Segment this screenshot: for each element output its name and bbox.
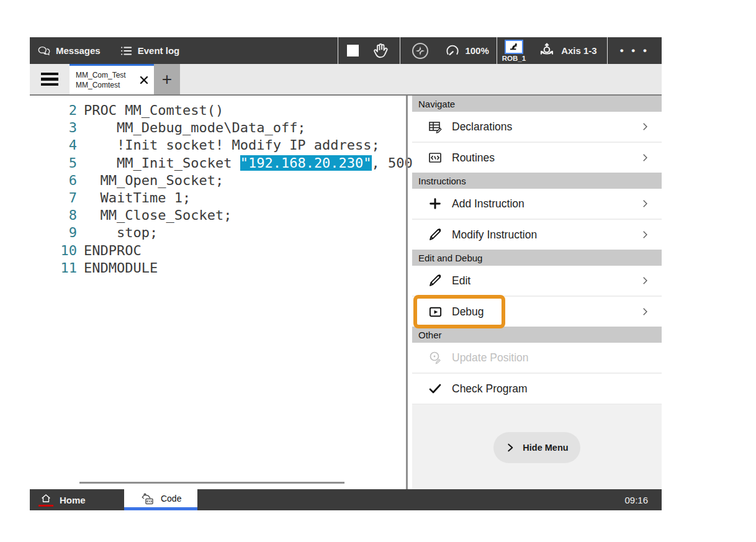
hide-menu-button[interactable]: Hide Menu (493, 432, 580, 463)
chevron-right-icon (639, 229, 650, 240)
file-tab-routine-name: MM_Comtest (76, 81, 138, 89)
horizontal-scrollbar[interactable] (79, 482, 344, 484)
code-line[interactable]: 5 MM_Init_Socket "192.168.20.230", 50000… (58, 155, 412, 172)
menu-item-label: Edit (452, 274, 639, 287)
code-line[interactable]: 4 !Init socket! Modify IP address; (58, 137, 412, 154)
code-editor[interactable]: 2PROC MM_Comtest() 3 MM_Debug_mode\Data_… (30, 96, 412, 489)
line-number: 9 (58, 224, 77, 242)
speed-value: 100% (465, 45, 488, 56)
menu-item-label: Modify Instruction (452, 228, 639, 242)
event-log-label: Event log (138, 45, 180, 56)
menu-item-add-instruction[interactable]: Add Instruction (412, 189, 662, 219)
section-header-other: Other (412, 327, 662, 343)
menu-item-label: Add Instruction (452, 197, 639, 210)
chevron-right-icon (639, 152, 650, 163)
menu-item-label: Update Position (452, 351, 650, 364)
code-text: MM_Close_Socket; (84, 207, 232, 223)
chevron-right-icon (639, 121, 650, 132)
main-content: 2PROC MM_Comtest() 3 MM_Debug_mode\Data_… (30, 96, 662, 489)
section-header-instructions: Instructions (412, 173, 662, 189)
code-app-tab[interactable]: Code (124, 489, 197, 510)
file-tab[interactable]: MM_Com_Test MM_Comtest (70, 64, 154, 94)
code-text: MM_Debug_mode\Data_off; (84, 120, 306, 135)
menu-item-modify-instruction[interactable]: Modify Instruction (412, 220, 662, 250)
messages-button[interactable]: Messages (30, 37, 108, 64)
code-text: stop; (84, 225, 158, 240)
code-text: ENDPROC (84, 243, 142, 258)
line-number: 5 (58, 155, 77, 172)
chevron-right-icon (639, 306, 650, 317)
menu-item-label: Declarations (452, 120, 639, 133)
motors-off-button[interactable] (400, 37, 436, 64)
code-line[interactable]: 6 MM_Open_Socket; (58, 172, 412, 189)
home-label: Home (60, 495, 86, 505)
menu-item-declarations[interactable]: Declarations (412, 112, 662, 142)
hand-icon (371, 42, 391, 60)
bottom-task-bar: Home Code 09:16 (30, 489, 662, 510)
menu-item-routines[interactable]: Routines (412, 143, 662, 173)
line-number: 11 (58, 260, 77, 277)
line-number: 2 (58, 102, 77, 119)
chevron-right-icon (639, 275, 650, 286)
speedometer-icon (444, 43, 461, 59)
manual-mode-button[interactable] (367, 37, 400, 64)
checkmark-icon (427, 381, 443, 396)
menu-item-debug[interactable]: Debug (412, 297, 662, 327)
robot-icon (505, 40, 523, 54)
code-app-label: Code (161, 494, 181, 504)
speed-button[interactable]: 100% (436, 37, 496, 64)
context-menu-panel: Navigate Declarations (412, 96, 662, 489)
app-window: Messages Event log (30, 37, 662, 510)
event-log-button[interactable]: Event log (108, 37, 187, 64)
code-line[interactable]: 8 MM_Close_Socket; (58, 207, 412, 224)
menu-item-check-program[interactable]: Check Program (412, 374, 662, 404)
code-line[interactable]: 7 WaitTime 1; (58, 189, 412, 207)
axis-selector-button[interactable]: Axis 1-3 (531, 37, 607, 64)
axis-rotation-icon (537, 41, 557, 61)
code-text: !Init socket! Modify IP address; (84, 137, 380, 153)
line-number: 10 (58, 242, 77, 260)
code-text-pre: MM_Init_Socket (84, 155, 240, 171)
code-text: PROC MM_Comtest() (84, 102, 223, 118)
motors-off-icon (410, 41, 430, 61)
update-position-icon (427, 350, 443, 365)
editor-tab-bar: MM_Com_Test MM_Comtest + (30, 64, 662, 96)
line-number: 7 (58, 189, 77, 207)
home-button[interactable]: Home (30, 489, 96, 510)
menu-item-label: Debug (452, 305, 639, 318)
line-number: 4 (58, 137, 77, 154)
selected-ip-address[interactable]: "192.168.20.230" (240, 155, 372, 171)
pencil-icon (427, 273, 443, 288)
code-line[interactable]: 3 MM_Debug_mode\Data_off; (58, 119, 412, 137)
tab-close-button[interactable] (138, 74, 150, 86)
code-text: WaitTime 1; (84, 190, 191, 206)
messages-icon (37, 44, 51, 58)
vertical-scrollbar[interactable] (406, 96, 408, 489)
panel-footer-area: Hide Menu (412, 404, 662, 489)
top-status-bar: Messages Event log (30, 37, 662, 64)
robot-selector-button[interactable]: ROB_1 (497, 37, 531, 64)
chevron-right-icon (505, 443, 515, 453)
code-line[interactable]: 11ENDMODULE (58, 260, 412, 277)
code-line[interactable]: 2PROC MM_Comtest() (58, 102, 412, 119)
declarations-icon (427, 119, 443, 134)
bottombar-spacer (197, 489, 625, 510)
more-options-button[interactable]: • • • (608, 45, 662, 57)
code-line[interactable]: 10ENDPROC (58, 242, 412, 260)
menu-hamburger-button[interactable] (30, 64, 70, 94)
plus-icon: + (162, 70, 172, 89)
chevron-right-icon (639, 198, 650, 209)
line-number: 3 (58, 119, 77, 137)
stop-icon (347, 45, 359, 56)
file-tab-module-name: MM_Com_Test (76, 71, 138, 79)
new-tab-button[interactable]: + (154, 64, 180, 94)
axis-label: Axis 1-3 (561, 45, 597, 56)
section-header-navigate: Navigate (412, 96, 662, 112)
clock: 09:16 (624, 489, 662, 510)
line-number: 6 (58, 172, 77, 189)
file-tab-names: MM_Com_Test MM_Comtest (76, 71, 138, 89)
home-icon (38, 493, 53, 507)
code-line[interactable]: 9 stop; (58, 224, 412, 242)
stop-button[interactable] (338, 37, 367, 64)
menu-item-edit[interactable]: Edit (412, 266, 662, 296)
